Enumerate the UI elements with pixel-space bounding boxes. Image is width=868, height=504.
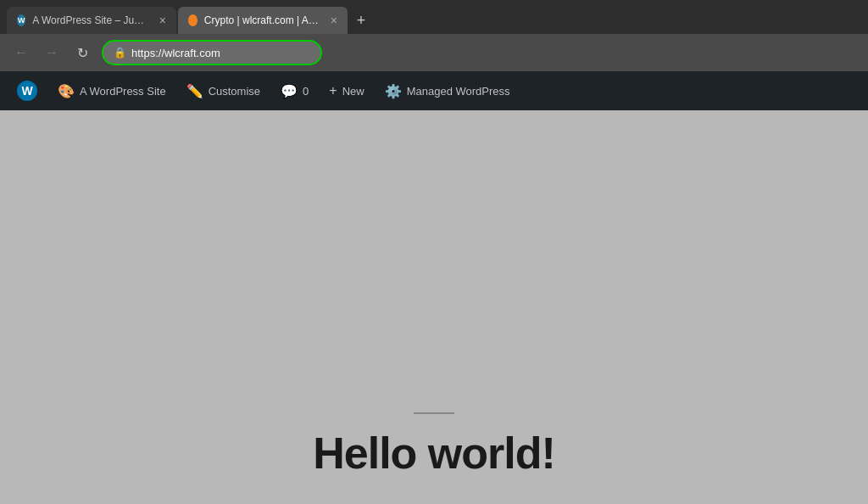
url-text: https://wlcraft.com: [131, 47, 220, 59]
hello-world-title: Hello world!: [313, 428, 555, 479]
refresh-button[interactable]: ↻: [71, 42, 93, 64]
wordpress-logo: W: [17, 81, 37, 101]
wp-logo-item[interactable]: W: [7, 71, 47, 110]
tab-bar: W A WordPress Site – Just another W × Cr…: [0, 0, 868, 34]
tab-favicon-wp: W: [17, 14, 25, 26]
forward-button[interactable]: →: [41, 42, 63, 64]
browser-frame: W A WordPress Site – Just another W × Cr…: [0, 0, 868, 504]
wp-admin-bar: W 🎨 A WordPress Site ✏️ Customise 💬 0 + …: [0, 71, 868, 110]
comment-icon: 💬: [281, 83, 298, 99]
wp-managed-item[interactable]: ⚙️ Managed WordPress: [375, 71, 520, 110]
wp-comments-item[interactable]: 💬 0: [270, 71, 319, 110]
back-button[interactable]: ←: [10, 42, 32, 64]
pencil-icon: ✏️: [186, 83, 203, 99]
wp-site-name-label: A WordPress Site: [80, 85, 166, 98]
tab-title-wordpress: A WordPress Site – Just another W: [32, 14, 149, 26]
wp-customise-label: Customise: [209, 85, 260, 98]
wp-site-name-item[interactable]: 🎨 A WordPress Site: [47, 71, 176, 110]
url-bar[interactable]: 🔒 https://wlcraft.com: [102, 40, 322, 65]
gear-icon: ⚙️: [385, 83, 402, 99]
tab-title-crypto: Crypto | wlcraft.com | Account | C: [204, 14, 320, 26]
tab-favicon-cf: [188, 14, 198, 26]
tab-wordpress[interactable]: W A WordPress Site – Just another W ×: [7, 7, 176, 34]
lock-icon: 🔒: [114, 47, 126, 59]
tab-close-wordpress[interactable]: ×: [159, 14, 166, 26]
wp-new-item[interactable]: + New: [319, 71, 374, 110]
wp-managed-label: Managed WordPress: [407, 85, 510, 98]
wp-new-label: New: [342, 85, 364, 98]
hello-divider: [414, 412, 454, 414]
page-content: Hello world!: [0, 110, 868, 504]
new-tab-button[interactable]: +: [349, 8, 373, 32]
tab-close-crypto[interactable]: ×: [331, 14, 337, 26]
address-bar: ← → ↻ 🔒 https://wlcraft.com: [0, 34, 868, 71]
tab-crypto[interactable]: Crypto | wlcraft.com | Account | C ×: [178, 7, 348, 34]
wp-customise-item[interactable]: ✏️ Customise: [176, 71, 270, 110]
plus-icon: +: [329, 83, 337, 98]
wp-comment-count: 0: [303, 85, 309, 98]
palette-icon: 🎨: [58, 83, 75, 99]
